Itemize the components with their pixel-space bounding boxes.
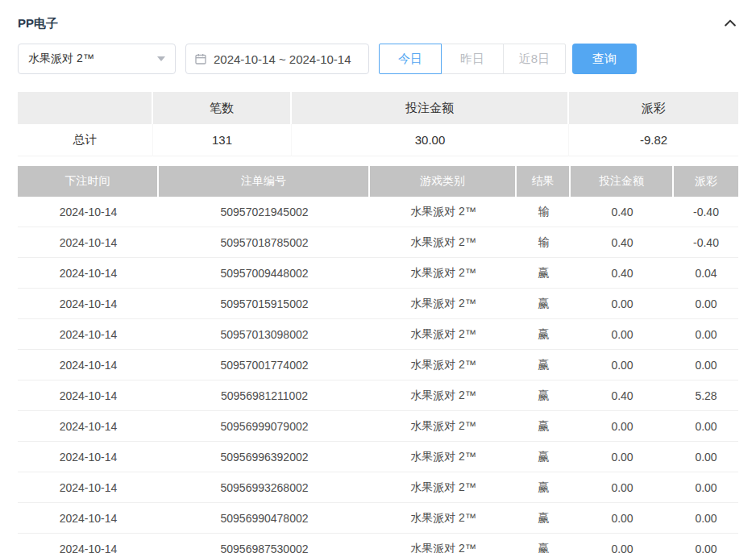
bet-time-cell: 2024-10-14 [18,472,159,503]
table-row: 2024-10-1450956987530002水果派对 2™赢0.000.00 [18,534,738,553]
payout-cell: 0.00 [674,289,738,319]
table-row: 2024-10-1450957013098002水果派对 2™赢0.000.00 [18,319,738,350]
table-row: 2024-10-1450957001774002水果派对 2™赢0.000.00 [18,350,738,380]
result-cell: 输 [517,227,571,258]
table-row: 2024-10-1450956996392002水果派对 2™赢0.000.00 [18,442,738,472]
table-row: 2024-10-1450956981211002水果派对 2™赢0.405.28 [18,380,738,411]
summary-count: 131 [153,124,292,156]
result-cell: 赢 [517,319,571,350]
quick-range-group: 今日昨日近8日 [379,44,566,74]
payout-cell: 0.00 [674,319,738,350]
payout-cell: -0.40 [674,227,738,258]
game-type-cell: 水果派对 2™ [370,534,517,553]
table-row: 2024-10-1450957015915002水果派对 2™赢0.000.00 [18,289,738,319]
table-row: 2024-10-1450957009448002水果派对 2™赢0.400.04 [18,258,738,289]
bet-time-cell: 2024-10-14 [18,380,159,411]
payout-cell: 0.00 [674,472,738,503]
bet-amount-cell: 0.00 [571,534,674,553]
game-type-cell: 水果派对 2™ [370,319,517,350]
summary-col-header-0 [18,92,153,124]
table-row: 2024-10-1450957021945002水果派对 2™输0.40-0.4… [18,197,738,227]
result-cell: 赢 [517,380,571,411]
quick-btn-yesterday[interactable]: 昨日 [441,44,504,74]
order-number-cell: 50956996392002 [159,442,370,472]
order-number-cell: 50956993268002 [159,472,370,503]
bet-col-header-0: 下注时间 [18,166,159,197]
quick-btn-last8days[interactable]: 近8日 [503,44,566,74]
bet-time-cell: 2024-10-14 [18,197,159,227]
bet-time-cell: 2024-10-14 [18,227,159,258]
payout-cell: 0.04 [674,258,738,289]
bet-time-cell: 2024-10-14 [18,319,159,350]
summary-col-header-3: 派彩 [569,92,738,124]
bet-amount-cell: 0.00 [571,319,674,350]
bet-col-header-4: 投注金额 [571,166,674,197]
result-cell: 输 [517,197,571,227]
result-cell: 赢 [517,442,571,472]
game-type-cell: 水果派对 2™ [370,197,517,227]
result-cell: 赢 [517,503,571,534]
bet-table-body: 2024-10-1450957021945002水果派对 2™输0.40-0.4… [18,197,738,553]
bet-amount-cell: 0.00 [571,472,674,503]
order-number-cell: 50956981211002 [159,380,370,411]
date-range-value: 2024-10-14 ~ 2024-10-14 [214,52,351,66]
panel-header: PP电子 [18,0,738,32]
game-type-cell: 水果派对 2™ [370,258,517,289]
order-number-cell: 50956987530002 [159,534,370,553]
game-type-cell: 水果派对 2™ [370,289,517,319]
summary-bet-amount: 30.00 [292,124,569,156]
bet-amount-cell: 0.40 [571,197,674,227]
result-cell: 赢 [517,472,571,503]
bet-amount-cell: 0.00 [571,289,674,319]
search-button[interactable]: 查询 [572,44,637,74]
bet-time-cell: 2024-10-14 [18,350,159,380]
payout-cell: 0.00 [674,411,738,442]
game-type-cell: 水果派对 2™ [370,411,517,442]
order-number-cell: 50957009448002 [159,258,370,289]
summary-header-row: 笔数投注金额派彩 [18,92,738,124]
summary-payout: -9.82 [569,124,738,156]
payout-cell: 0.00 [674,350,738,380]
summary-col-header-2: 投注金额 [292,92,569,124]
calendar-icon [194,52,207,65]
game-type-cell: 水果派对 2™ [370,442,517,472]
order-number-cell: 50957021945002 [159,197,370,227]
bet-col-header-3: 结果 [517,166,571,197]
result-cell: 赢 [517,350,571,380]
bet-col-header-5: 派彩 [674,166,738,197]
result-cell: 赢 [517,289,571,319]
order-number-cell: 50956990478002 [159,503,370,534]
summary-total-row: 总计 131 30.00 -9.82 [18,124,738,156]
bet-amount-cell: 0.40 [571,258,674,289]
bet-records-table: 下注时间注单编号游戏类别结果投注金额派彩 2024-10-14509570219… [18,166,738,553]
bet-time-cell: 2024-10-14 [18,534,159,553]
order-number-cell: 50957015915002 [159,289,370,319]
filter-bar: 水果派对 2™ 2024-10-14 ~ 2024-10-14 今日昨日近8日 … [18,44,738,74]
game-select[interactable]: 水果派对 2™ [18,44,176,74]
bet-time-cell: 2024-10-14 [18,411,159,442]
bet-time-cell: 2024-10-14 [18,289,159,319]
order-number-cell: 50956999079002 [159,411,370,442]
game-type-cell: 水果派对 2™ [370,227,517,258]
order-number-cell: 50957018785002 [159,227,370,258]
bet-table-header-row: 下注时间注单编号游戏类别结果投注金额派彩 [18,166,738,197]
order-number-cell: 50957013098002 [159,319,370,350]
chevron-up-icon[interactable] [722,15,738,31]
order-number-cell: 50957001774002 [159,350,370,380]
bet-amount-cell: 0.00 [571,411,674,442]
bet-amount-cell: 0.00 [571,503,674,534]
records-panel: PP电子 水果派对 2™ 2024-10-14 ~ 2024-10-14 今日 [0,0,756,553]
game-type-cell: 水果派对 2™ [370,503,517,534]
summary-col-header-1: 笔数 [153,92,292,124]
game-select-value: 水果派对 2™ [28,52,94,66]
bet-time-cell: 2024-10-14 [18,503,159,534]
table-row: 2024-10-1450956999079002水果派对 2™赢0.000.00 [18,411,738,442]
payout-cell: 0.00 [674,503,738,534]
date-range-input[interactable]: 2024-10-14 ~ 2024-10-14 [185,44,369,74]
bet-amount-cell: 0.00 [571,442,674,472]
quick-btn-today[interactable]: 今日 [379,44,442,74]
bet-amount-cell: 0.40 [571,227,674,258]
result-cell: 赢 [517,534,571,553]
bet-amount-cell: 0.40 [571,380,674,411]
table-row: 2024-10-1450957018785002水果派对 2™输0.40-0.4… [18,227,738,258]
